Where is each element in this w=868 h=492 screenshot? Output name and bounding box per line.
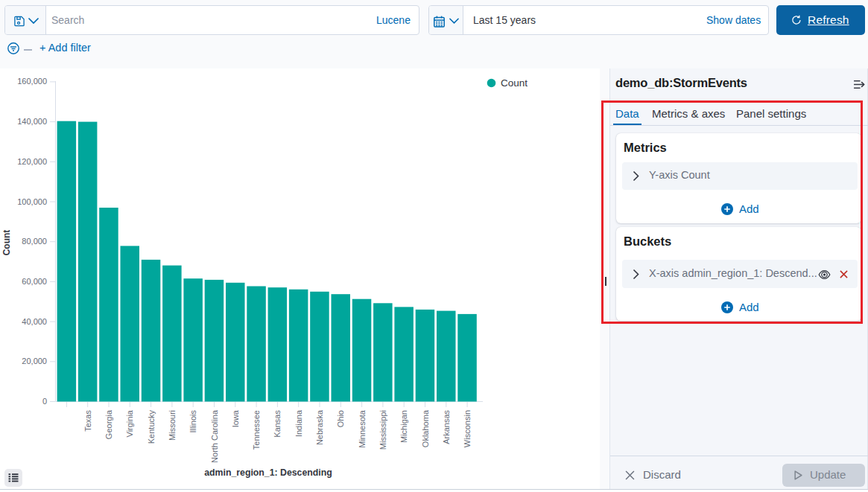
svg-text:North Carolina: North Carolina xyxy=(210,409,219,463)
svg-text:0: 0 xyxy=(42,397,47,406)
svg-text:Kansas: Kansas xyxy=(273,410,282,438)
svg-text:Michigan: Michigan xyxy=(399,410,408,443)
svg-text:Illinois: Illinois xyxy=(189,410,197,433)
svg-text:160,000: 160,000 xyxy=(17,77,47,86)
svg-text:admin_region_1: Descending: admin_region_1: Descending xyxy=(204,467,332,478)
svg-text:40,000: 40,000 xyxy=(22,317,47,326)
svg-text:100,000: 100,000 xyxy=(17,197,47,206)
svg-text:60,000: 60,000 xyxy=(22,277,47,286)
svg-text:Kentucky: Kentucky xyxy=(147,410,156,444)
svg-text:140,000: 140,000 xyxy=(17,117,47,126)
svg-text:Virginia: Virginia xyxy=(125,409,134,437)
svg-text:Missouri: Missouri xyxy=(168,410,177,441)
svg-text:Mississippi: Mississippi xyxy=(378,410,387,450)
svg-text:Arkansas: Arkansas xyxy=(442,410,451,444)
svg-text:20,000: 20,000 xyxy=(22,357,47,365)
svg-text:Count: Count xyxy=(501,77,528,89)
svg-text:Nebraska: Nebraska xyxy=(315,409,324,445)
svg-text:Texas: Texas xyxy=(83,410,92,432)
svg-text:Georgia: Georgia xyxy=(104,409,113,439)
svg-text:Ohio: Ohio xyxy=(336,410,345,427)
svg-text:Tennessee: Tennessee xyxy=(252,410,261,450)
svg-text:Wisconsin: Wisconsin xyxy=(463,410,472,447)
svg-text:120,000: 120,000 xyxy=(17,157,47,166)
svg-text:Oklahoma: Oklahoma xyxy=(421,409,430,447)
svg-text:Indiana: Indiana xyxy=(294,409,303,437)
svg-text:80,000: 80,000 xyxy=(22,237,47,246)
svg-text:Iowa: Iowa xyxy=(231,409,240,427)
svg-text:Minnesota: Minnesota xyxy=(358,409,367,448)
svg-text:Count: Count xyxy=(1,230,12,256)
